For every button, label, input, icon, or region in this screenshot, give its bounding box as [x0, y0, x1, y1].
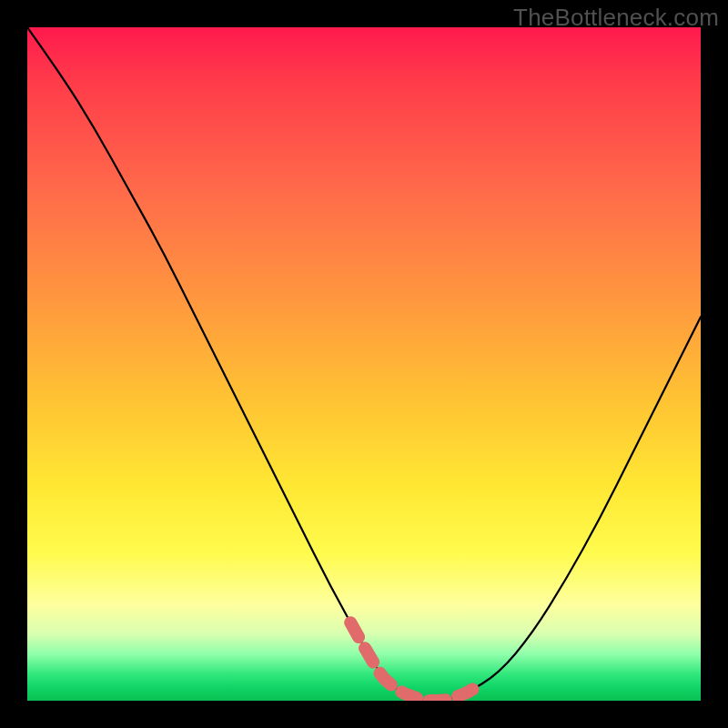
bottleneck-curve	[27, 27, 701, 701]
chart-frame: TheBottleneck.com	[0, 0, 728, 728]
watermark-text: TheBottleneck.com	[513, 4, 719, 32]
optimal-range-dashes	[350, 622, 479, 701]
plot-area	[27, 27, 701, 701]
curve-layer	[27, 27, 701, 701]
